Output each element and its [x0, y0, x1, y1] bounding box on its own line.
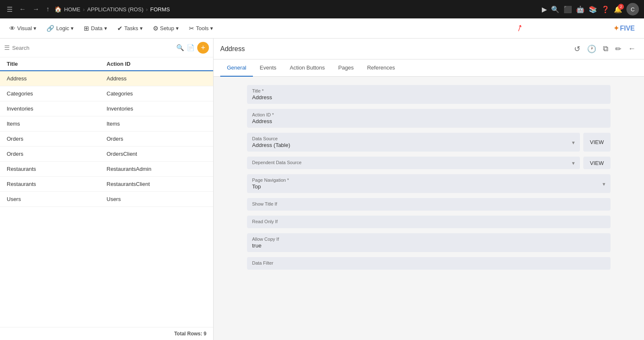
table-row[interactable]: Orders Orders	[0, 131, 213, 147]
help-icon[interactable]: ❓	[601, 5, 610, 13]
toolbar-setup[interactable]: ⚙ Setup ▾	[149, 22, 183, 35]
data-icon: ⊞	[84, 25, 89, 32]
dependent-data-source-dropdown-icon: ▾	[572, 160, 575, 166]
form-group-action-id: Action ID * Address	[247, 109, 611, 128]
value-data-source: Address (Table)	[252, 142, 290, 148]
table-row[interactable]: Users Users	[0, 192, 213, 207]
field-data-filter[interactable]: Data Filter	[247, 257, 611, 270]
table-row[interactable]: Inventories Inventories	[0, 101, 213, 116]
notification-badge[interactable]: 🔔 2	[614, 5, 622, 13]
back-icon[interactable]: ←	[18, 4, 28, 15]
field-title[interactable]: Title * Address	[247, 85, 611, 104]
row-action-id: OrdersClient	[107, 151, 207, 157]
toolbar-logic[interactable]: 🔗 Logic ▾	[42, 22, 78, 35]
books-icon[interactable]: 📚	[589, 5, 597, 13]
close-icon[interactable]: ←	[626, 43, 637, 55]
field-dependent-data-source[interactable]: Dependent Data Source ▾	[247, 157, 580, 169]
up-icon[interactable]: ↑	[44, 4, 51, 15]
visual-dropdown-icon: ▾	[33, 25, 36, 31]
field-page-navigation[interactable]: Page Navigation * Top ▾	[247, 174, 611, 193]
toolbar-visual[interactable]: 👁 Visual ▾	[5, 22, 41, 34]
toolbar-tasks[interactable]: ✔ Tasks ▾	[113, 22, 147, 35]
setup-label: Setup	[160, 25, 174, 31]
table-row[interactable]: Orders OrdersClient	[0, 147, 213, 162]
menu-icon[interactable]: ☰	[5, 4, 14, 15]
stop-icon[interactable]: ⬛	[564, 5, 572, 13]
tab-action-buttons[interactable]: Action Buttons	[283, 59, 332, 77]
form-content: Title * Address Action ID * Address Data…	[214, 77, 644, 340]
view-dependent-data-source-button[interactable]: VIEW	[583, 157, 611, 169]
top-nav-right-icons: ▶ 🔍 ⬛ 🤖 📚 ❓ 🔔 2 C	[542, 3, 639, 15]
tasks-icon: ✔	[117, 25, 123, 32]
field-show-title[interactable]: Show Title If	[247, 198, 611, 211]
sidebar-menu-icon[interactable]: ☰	[4, 44, 10, 52]
row-action-id: Inventories	[107, 106, 207, 112]
row-action-id: RestaurantsAdmin	[107, 166, 207, 172]
tools-icon: ✂	[189, 25, 194, 32]
form-group-allow-copy: Allow Copy If true	[247, 233, 611, 252]
column-action-id: Action ID	[107, 61, 207, 67]
row-action-id: Items	[107, 121, 207, 127]
view-data-source-button[interactable]: VIEW	[583, 133, 611, 152]
logic-label: Logic	[56, 25, 69, 31]
user-avatar[interactable]: C	[626, 3, 639, 15]
copy-icon[interactable]: ⧉	[601, 43, 610, 55]
field-action-id[interactable]: Action ID * Address	[247, 109, 611, 128]
row-title: Inventories	[7, 106, 107, 112]
visual-label: Visual	[17, 25, 32, 31]
logic-icon: 🔗	[46, 25, 54, 32]
breadcrumb-app[interactable]: APPLICATIONS (ROS)	[87, 6, 143, 13]
tab-references[interactable]: References	[361, 59, 402, 77]
value-allow-copy: true	[252, 242, 261, 249]
play-icon[interactable]: ▶	[542, 5, 547, 13]
bot-icon[interactable]: 🤖	[576, 5, 585, 13]
refresh-icon[interactable]: ↺	[572, 43, 582, 55]
tab-pages[interactable]: Pages	[332, 59, 361, 77]
label-show-title: Show Title If	[252, 201, 605, 206]
search-button-icon[interactable]: 🔍	[176, 44, 184, 52]
table-row[interactable]: Categories Categories	[0, 86, 213, 101]
panel-title: Address	[220, 45, 572, 53]
five-logo-text: ✦ FIVE	[613, 24, 635, 32]
row-action-id: RestaurantsClient	[107, 181, 207, 187]
field-data-source[interactable]: Data Source Address (Table) ▾	[247, 133, 580, 152]
search-input[interactable]	[12, 45, 174, 51]
label-allow-copy: Allow Copy If	[252, 237, 605, 242]
field-row-data-source: Data Source Address (Table) ▾ VIEW	[247, 133, 611, 152]
data-label: Data	[91, 25, 102, 31]
tabs: General Events Action Buttons Pages Refe…	[214, 59, 644, 77]
table-row[interactable]: Items Items	[0, 116, 213, 131]
forward-icon[interactable]: →	[31, 4, 41, 15]
setup-dropdown-icon: ▾	[176, 25, 179, 31]
table-row[interactable]: Restaurants RestaurantsClient	[0, 177, 213, 192]
breadcrumb-current: FORMS	[150, 6, 170, 13]
row-title: Orders	[7, 136, 107, 142]
history-icon[interactable]: 🕐	[585, 43, 598, 55]
table-row[interactable]: Address Address	[0, 71, 213, 86]
row-title: Users	[7, 196, 107, 202]
five-logo: ✦ FIVE	[609, 22, 639, 35]
row-title: Items	[7, 121, 107, 127]
toolbar-data[interactable]: ⊞ Data ▾	[80, 22, 111, 35]
row-title: Orders	[7, 151, 107, 157]
table-header: Title Action ID	[0, 57, 213, 71]
toolbar-tools[interactable]: ✂ Tools ▾	[185, 22, 217, 35]
field-allow-copy[interactable]: Allow Copy If true	[247, 233, 611, 252]
add-button[interactable]: +	[197, 42, 209, 54]
tab-events[interactable]: Events	[253, 59, 283, 77]
row-action-id: Address	[107, 75, 207, 82]
edit-icon[interactable]: ✏	[613, 43, 623, 55]
form-group-page-navigation: Page Navigation * Top ▾	[247, 174, 611, 193]
form-group-show-title: Show Title If	[247, 198, 611, 211]
breadcrumb-home[interactable]: HOME	[64, 6, 80, 13]
row-title: Categories	[7, 90, 107, 97]
tab-general[interactable]: General	[220, 59, 253, 77]
top-navigation: ☰ ← → ↑ 🏠 HOME › APPLICATIONS (ROS) › FO…	[0, 0, 644, 18]
data-source-dropdown-icon: ▾	[572, 139, 575, 145]
document-icon[interactable]: 📄	[187, 44, 195, 52]
field-read-only[interactable]: Read Only If	[247, 216, 611, 228]
form-group-title: Title * Address	[247, 85, 611, 104]
table-row[interactable]: Restaurants RestaurantsAdmin	[0, 162, 213, 177]
value-title: Address	[252, 94, 272, 100]
search-icon[interactable]: 🔍	[551, 5, 559, 13]
